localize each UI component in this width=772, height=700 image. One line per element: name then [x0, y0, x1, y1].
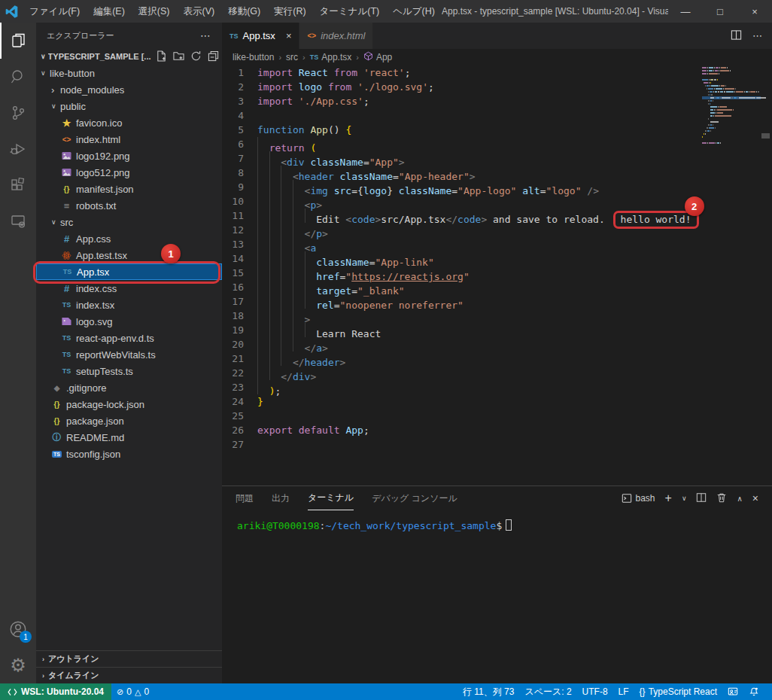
tree-file-app-test-tsx[interactable]: App.test.tsx — [36, 247, 222, 263]
tab-index-html[interactable]: <> index.html — [299, 23, 373, 49]
tree-file-manifest-json[interactable]: {}manifest.json — [36, 181, 222, 197]
new-terminal-icon[interactable]: + — [665, 492, 672, 505]
explorer-icon[interactable] — [0, 23, 36, 59]
tree-file-index-html[interactable]: <>index.html — [36, 131, 222, 148]
tree-file-logo512-png[interactable]: logo512.png — [36, 164, 222, 181]
tree-file--gitignore[interactable]: ◆.gitignore — [36, 379, 222, 396]
indentation-setting[interactable]: スペース: 2 — [519, 683, 576, 700]
collapse-all-icon[interactable] — [208, 50, 219, 63]
menu-item[interactable]: 実行(R) — [267, 0, 312, 23]
run-debug-icon[interactable] — [0, 131, 36, 167]
indent-guide — [305, 251, 317, 266]
maximize-button[interactable]: □ — [703, 0, 737, 23]
tree-folder-like-button[interactable]: ∨like-button — [36, 65, 222, 81]
tree-file-app-css[interactable]: #App.css — [36, 230, 222, 247]
cursor-position[interactable]: 行 11、列 73 — [457, 683, 519, 700]
tab-close-icon[interactable]: × — [286, 30, 292, 41]
split-editor-icon[interactable] — [731, 29, 742, 43]
tree-file-logo-svg[interactable]: logo.svg — [36, 313, 222, 330]
line-number: 12 — [222, 223, 257, 237]
indent-guide — [269, 237, 281, 251]
warning-count: 0 — [144, 686, 149, 697]
code-token: ; — [363, 425, 369, 436]
tree-file-reportwebvitals-ts[interactable]: TSreportWebVitals.ts — [36, 346, 222, 363]
minimize-button[interactable]: — — [668, 0, 703, 23]
remote-explorer-icon[interactable] — [0, 203, 36, 239]
indent-guide — [305, 208, 317, 223]
close-panel-icon[interactable]: × — [752, 492, 758, 504]
refresh-icon[interactable] — [190, 50, 202, 63]
remote-indicator[interactable]: WSL: Ubuntu-20.04 — [0, 683, 111, 700]
breadcrumb-item[interactable]: App — [376, 52, 392, 62]
tree-file-package-lock-json[interactable]: {}package-lock.json — [36, 396, 222, 412]
tree-file-package-json[interactable]: {}package.json — [36, 412, 222, 429]
settings-gear-icon[interactable]: ⚙ — [0, 647, 36, 683]
tree-folder-public[interactable]: ∨public — [36, 98, 222, 114]
tree-file-logo192-png[interactable]: logo192.png — [36, 148, 222, 164]
encoding-setting[interactable]: UTF-8 — [577, 683, 613, 700]
notifications-bell-icon[interactable] — [743, 683, 764, 700]
annotation-badge-1: 1 — [161, 244, 181, 263]
problems-indicator[interactable]: ⊘ 0 △ 0 — [111, 683, 154, 700]
tree-file-index-css[interactable]: #index.css — [36, 280, 222, 297]
kill-terminal-icon[interactable] — [716, 492, 727, 505]
panel-tab-item[interactable]: 問題 — [236, 486, 254, 510]
new-folder-icon[interactable] — [173, 50, 184, 63]
split-terminal-icon[interactable] — [696, 492, 707, 505]
indent-guide — [257, 180, 269, 194]
code-editor[interactable]: 1import React from 'react';2import logo … — [222, 65, 772, 485]
tab-app-tsx[interactable]: TS App.tsx × — [222, 23, 299, 49]
indent-guide — [257, 366, 269, 380]
indent-guide — [293, 251, 305, 266]
minimap[interactable] — [702, 66, 761, 148]
menu-item[interactable]: 選択(S) — [132, 0, 177, 23]
tree-file-robots-txt[interactable]: ≡robots.txt — [36, 197, 222, 214]
panel-tab-item[interactable]: 出力 — [272, 486, 290, 510]
tree-file-react-app-env-d-ts[interactable]: TSreact-app-env.d.ts — [36, 330, 222, 346]
search-icon[interactable] — [0, 59, 36, 95]
menu-item[interactable]: ターミナル(T) — [313, 0, 387, 23]
workspace-section-header[interactable]: ∨ TYPESCRIPT_SAMPLE [... — [36, 48, 222, 65]
outline-section[interactable]: › アウトライン — [36, 650, 222, 667]
close-button[interactable]: × — [737, 0, 772, 23]
indent-guide — [257, 352, 269, 366]
panel-tab-item[interactable]: デバッグ コンソール — [372, 486, 457, 510]
line-number: 4 — [222, 108, 257, 123]
tree-file-setuptests-ts[interactable]: TSsetupTests.ts — [36, 363, 222, 379]
tree-file-readme-md[interactable]: ⓘREADME.md — [36, 429, 222, 446]
maximize-panel-icon[interactable]: ∧ — [737, 495, 742, 503]
scrollbar-thumb[interactable] — [761, 133, 770, 138]
accounts-icon[interactable]: 1 — [0, 611, 36, 647]
feedback-icon[interactable] — [722, 683, 743, 700]
breadcrumb-item[interactable]: like-button — [233, 52, 274, 62]
new-file-icon[interactable] — [156, 50, 167, 63]
terminal-dropdown-icon[interactable]: ∨ — [682, 495, 687, 502]
extensions-icon[interactable] — [0, 167, 36, 203]
tree-file-app-tsx[interactable]: TSApp.tsx — [36, 263, 222, 280]
indent-guide — [269, 208, 281, 223]
tree-folder-node-modules[interactable]: ›node_modules — [36, 81, 222, 98]
menu-item[interactable]: 移動(G) — [221, 0, 267, 23]
tree-file-favicon-ico[interactable]: ★favicon.ico — [36, 114, 222, 131]
breadcrumb-item[interactable]: src — [286, 52, 298, 62]
tree-file-index-tsx[interactable]: TSindex.tsx — [36, 297, 222, 313]
menu-item[interactable]: 編集(E) — [87, 0, 132, 23]
menu-item[interactable]: ファイル(F) — [23, 0, 87, 23]
tree-folder-src[interactable]: ∨src — [36, 214, 222, 230]
terminal[interactable]: ariki@T0000198:~/tech_work/typescript_sa… — [222, 510, 772, 531]
eol-setting[interactable]: LF — [613, 683, 634, 700]
source-control-icon[interactable] — [0, 95, 36, 131]
tree-item-label: robots.txt — [76, 200, 116, 212]
tree-file-tsconfig-json[interactable]: TStsconfig.json — [36, 446, 222, 462]
explorer-more-actions-icon[interactable]: ⋯ — [200, 29, 211, 41]
panel-tab-terminal-active[interactable]: ターミナル — [308, 486, 354, 510]
code-line-21: 21</header> — [222, 352, 772, 366]
shell-picker[interactable]: bash — [622, 493, 655, 504]
language-mode[interactable]: {} TypeScript React — [634, 683, 722, 700]
editor-more-actions-icon[interactable]: ⋯ — [752, 30, 763, 41]
menu-item[interactable]: ヘルプ(H) — [386, 0, 442, 23]
menu-item[interactable]: 表示(V) — [176, 0, 221, 23]
breadcrumb-separator: › — [277, 53, 283, 62]
breadcrumb-item[interactable]: App.tsx — [321, 52, 351, 62]
timeline-section[interactable]: › タイムライン — [36, 667, 222, 683]
